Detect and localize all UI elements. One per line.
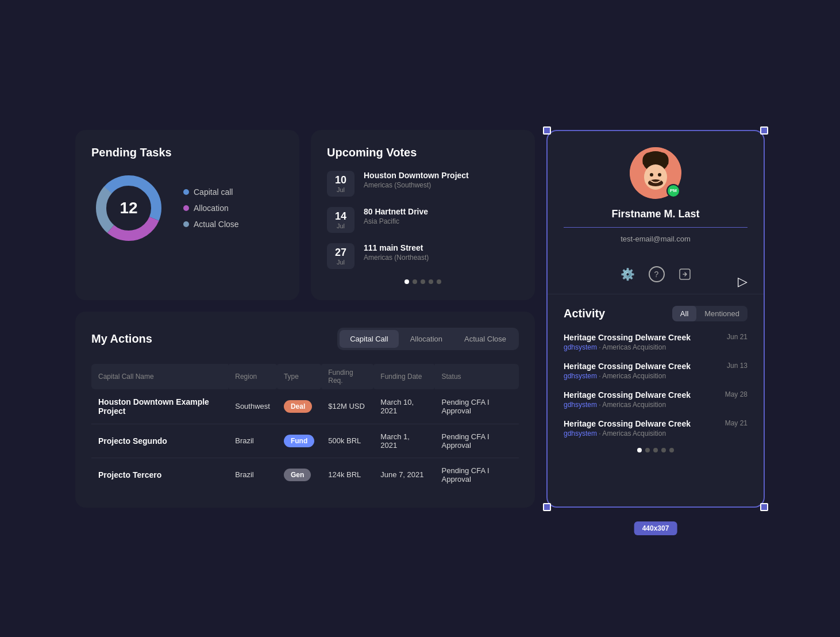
vote-title: Houston Downtown Project bbox=[364, 171, 469, 180]
activity-item: Heritage Crossing Delware Creek Jun 21 g… bbox=[564, 333, 747, 351]
activity-tabs: All Mentioned bbox=[672, 306, 747, 321]
activity-name: Heritage Crossing Delware Creek bbox=[564, 333, 691, 342]
cell-status: Pending CFA I Approval bbox=[435, 424, 519, 458]
tab-actual-close[interactable]: Actual Close bbox=[454, 330, 517, 348]
tab-capital-call[interactable]: Capital Call bbox=[340, 330, 398, 348]
activity-sub: gdhsystem · Americas Acquisition bbox=[564, 343, 747, 351]
cell-region: Brazil bbox=[228, 458, 277, 492]
activity-header: Activity All Mentioned bbox=[564, 306, 747, 321]
activity-item-top: Heritage Crossing Delware Creek Jun 13 bbox=[564, 362, 747, 371]
help-button[interactable]: ? bbox=[649, 266, 665, 282]
vote-region: Americas (Northeast) bbox=[364, 254, 429, 262]
donut-count: 12 bbox=[120, 199, 137, 217]
activity-title: Activity bbox=[564, 307, 605, 320]
avatar-wrapper: PM bbox=[630, 147, 681, 199]
cell-funding-req: 500k BRL bbox=[321, 424, 373, 458]
handle-bl[interactable] bbox=[543, 503, 551, 511]
activity-sub: gdhsystem · Americas Acquisition bbox=[564, 429, 747, 438]
col-status: Status bbox=[435, 364, 519, 389]
activity-date: May 28 bbox=[725, 390, 747, 398]
profile-name: Firstname M. Last bbox=[611, 208, 699, 220]
cell-funding-date: June 7, 2021 bbox=[373, 458, 434, 492]
cell-funding-date: March 1, 2021 bbox=[373, 424, 434, 458]
table-row: Projecto Segundo Brazil Fund 500k BRL Ma… bbox=[91, 424, 519, 458]
profile-avatar-area: PM Firstname M. Last test-email@mail.com bbox=[548, 131, 764, 255]
profile-actions: ⚙️ ? ▷ bbox=[548, 255, 764, 294]
col-region: Region bbox=[228, 364, 277, 389]
activity-section: Activity All Mentioned Heritage Crossing… bbox=[548, 294, 764, 469]
col-name: Capital Call Name bbox=[91, 364, 228, 389]
legend-capital-call: Capital call bbox=[183, 187, 239, 197]
share-button[interactable] bbox=[679, 268, 691, 281]
size-badge: 440x307 bbox=[634, 521, 677, 535]
vote-date: 10 Jul bbox=[327, 171, 355, 197]
activity-dot-3 bbox=[653, 448, 658, 452]
cell-region: Southwest bbox=[228, 389, 277, 424]
tab-all[interactable]: All bbox=[672, 306, 696, 321]
votes-list: 10 Jul Houston Downtown Project Americas… bbox=[327, 171, 519, 269]
activity-date: Jun 21 bbox=[727, 333, 747, 341]
pm-badge: PM bbox=[666, 184, 680, 198]
tab-group: Capital Call Allocation Actual Close bbox=[337, 328, 519, 350]
table-header: Capital Call Name Region Type Funding Re… bbox=[91, 364, 519, 389]
settings-button[interactable]: ⚙️ bbox=[621, 267, 635, 281]
activity-date: May 21 bbox=[725, 419, 747, 427]
cell-funding-req: 124k BRL bbox=[321, 458, 373, 492]
my-actions-card: My Actions Capital Call Allocation Actua… bbox=[75, 312, 535, 508]
dot-4 bbox=[429, 279, 433, 284]
profile-divider bbox=[564, 227, 747, 228]
cell-name: Houston Downtown Example Project bbox=[91, 389, 228, 424]
vote-item: 14 Jul 80 Hartnett Drive Asia Pacific bbox=[327, 207, 519, 233]
actions-table: Capital Call Name Region Type Funding Re… bbox=[91, 364, 519, 492]
dot-3 bbox=[421, 279, 425, 284]
cell-type: Gen bbox=[277, 458, 321, 492]
vote-title: 80 Hartnett Drive bbox=[364, 207, 428, 216]
cell-funding-date: March 10, 2021 bbox=[373, 389, 434, 424]
activity-pagination bbox=[564, 448, 747, 452]
cell-type: Deal bbox=[277, 389, 321, 424]
capital-call-label: Capital call bbox=[194, 187, 233, 197]
activity-dot-1 bbox=[637, 448, 642, 452]
activity-item-top: Heritage Crossing Delware Creek Jun 21 bbox=[564, 333, 747, 342]
actual-close-label: Actual Close bbox=[194, 220, 239, 229]
vote-date: 27 Jul bbox=[327, 243, 355, 269]
tab-mentioned[interactable]: Mentioned bbox=[696, 306, 747, 321]
profile-card: PM Firstname M. Last test-email@mail.com… bbox=[546, 130, 765, 508]
my-actions-title: My Actions bbox=[91, 332, 152, 346]
upcoming-votes-title: Upcoming Votes bbox=[327, 146, 519, 159]
tasks-legend: Capital call Allocation Actual Close bbox=[183, 187, 239, 229]
activity-name: Heritage Crossing Delware Creek bbox=[564, 419, 691, 428]
activity-sub: gdhsystem · Americas Acquisition bbox=[564, 372, 747, 380]
activity-item-top: Heritage Crossing Delware Creek May 21 bbox=[564, 419, 747, 428]
activity-item-top: Heritage Crossing Delware Creek May 28 bbox=[564, 390, 747, 400]
cursor-arrow: ▷ bbox=[738, 274, 747, 289]
activity-dot-2 bbox=[645, 448, 650, 452]
pending-tasks-card: Pending Tasks 12 Ca bbox=[75, 130, 299, 300]
pending-tasks-title: Pending Tasks bbox=[91, 146, 283, 159]
col-funding-date: Funding Date bbox=[373, 364, 434, 389]
tab-allocation[interactable]: Allocation bbox=[400, 330, 453, 348]
cell-name: Projecto Segundo bbox=[91, 424, 228, 458]
tasks-content: 12 Capital call Allocation Actual Close bbox=[91, 171, 283, 245]
vote-info: 80 Hartnett Drive Asia Pacific bbox=[364, 207, 428, 225]
cell-funding-req: $12M USD bbox=[321, 389, 373, 424]
vote-date: 14 Jul bbox=[327, 207, 355, 233]
activity-dot-5 bbox=[669, 448, 674, 452]
vote-info: Houston Downtown Project Americas (South… bbox=[364, 171, 469, 189]
dashboard: Pending Tasks 12 Ca bbox=[75, 130, 765, 508]
vote-month: Jul bbox=[329, 186, 352, 193]
capital-call-dot bbox=[183, 189, 189, 195]
donut-chart: 12 bbox=[91, 171, 166, 245]
dot-1 bbox=[404, 279, 409, 284]
cell-status: Pending CFA I Approval bbox=[435, 458, 519, 492]
handle-br[interactable] bbox=[760, 503, 768, 511]
legend-actual-close: Actual Close bbox=[183, 220, 239, 229]
vote-region: Americas (Southwest) bbox=[364, 181, 469, 189]
activity-list: Heritage Crossing Delware Creek Jun 21 g… bbox=[564, 333, 747, 438]
svg-point-9 bbox=[658, 173, 661, 176]
activity-item: Heritage Crossing Delware Creek May 28 g… bbox=[564, 390, 747, 409]
vote-item: 10 Jul Houston Downtown Project Americas… bbox=[327, 171, 519, 197]
legend-allocation: Allocation bbox=[183, 204, 239, 213]
col-funding-req: Funding Req. bbox=[321, 364, 373, 389]
table-row: Projecto Tercero Brazil Gen 124k BRL Jun… bbox=[91, 458, 519, 492]
